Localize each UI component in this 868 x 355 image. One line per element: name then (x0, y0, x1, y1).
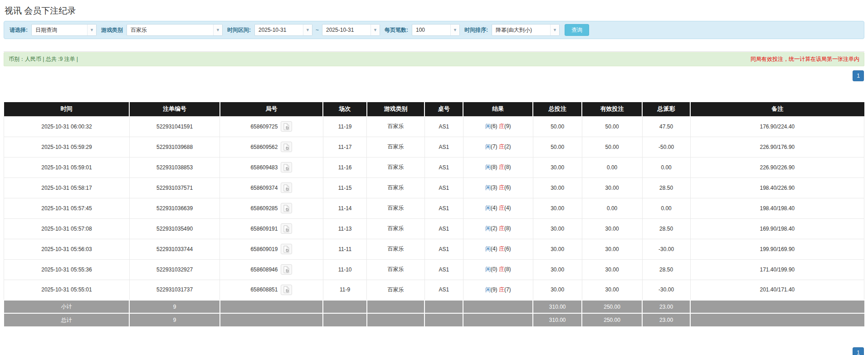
cell-remark: 176.90/224.40 (690, 116, 864, 137)
cell-game-type: 百家乐 (367, 116, 424, 137)
subtotal-empty (424, 300, 463, 313)
banker-result-label: 庄 (499, 225, 504, 232)
page-button[interactable]: 1 (853, 347, 864, 355)
cell-total-bet[interactable]: 30.00 (533, 157, 582, 178)
video-record-icon[interactable] (281, 285, 292, 295)
bet-records-table: 时间 注单编号 局号 场次 游戏类别 桌号 结果 总投注 有效投注 总派彩 备注… (4, 102, 864, 326)
banker-result-label: 庄 (499, 246, 504, 252)
page-button[interactable]: 1 (853, 70, 864, 81)
cell-result: 闲(0) 庄(8) (463, 259, 533, 280)
video-record-icon[interactable] (281, 162, 292, 173)
video-record-icon[interactable] (281, 121, 292, 132)
cell-game-type: 百家乐 (367, 239, 424, 259)
summary-bar: 币别：人民币 | 总共 :9 注单 | 同局有效投注，统一计算在该局第一张注单内 (4, 52, 864, 66)
cell-remark: 226.90/176.90 (690, 137, 864, 157)
cell-valid-bet: 30.00 (582, 239, 642, 259)
round-number: 658609285 (250, 205, 278, 212)
cell-session: 11-11 (323, 239, 367, 259)
date-to-select[interactable]: 2025-10-31 ▼ (322, 24, 380, 36)
search-button[interactable]: 查询 (565, 24, 589, 36)
cell-remark: 171.40/199.90 (690, 259, 864, 280)
query-type-label: 请选择: (8, 26, 29, 34)
banker-result-label: 庄 (499, 164, 504, 170)
banker-result-value: (8) (504, 266, 511, 272)
player-result-value: (7) (491, 143, 497, 150)
cell-total-bet[interactable]: 30.00 (533, 198, 582, 218)
cell-session: 11-19 (323, 116, 367, 137)
cell-payout: -30.00 (642, 239, 690, 259)
cell-result: 闲(6) 庄(9) (463, 116, 533, 137)
cell-bet-no: 522931035490 (129, 218, 219, 239)
cell-table-no: AS1 (424, 157, 463, 178)
video-record-icon[interactable] (281, 264, 292, 275)
player-result-value: (6) (491, 123, 497, 129)
cell-game-type: 百家乐 (367, 280, 424, 300)
player-result-value: (4) (491, 246, 497, 252)
total-empty (690, 313, 864, 326)
cell-table-no: AS1 (424, 280, 463, 300)
cell-round-no: 658609374 (220, 178, 323, 198)
cell-round-no: 658609019 (220, 239, 323, 259)
cell-valid-bet: 50.00 (582, 137, 642, 157)
game-type-select[interactable]: 百家乐 ▼ (127, 24, 223, 36)
cell-total-bet[interactable]: 30.00 (533, 218, 582, 239)
table-row: 2025-10-31 05:57:08522931035490658609191… (4, 218, 864, 239)
cell-round-no: 658609483 (220, 157, 323, 178)
round-number: 658609374 (250, 185, 278, 191)
player-result-value: (9) (491, 286, 497, 293)
banker-result-value: (6) (504, 246, 511, 252)
cell-bet-no: 522931038853 (129, 157, 219, 178)
total-total-bet: 310.00 (533, 313, 582, 326)
cell-total-bet[interactable]: 50.00 (533, 137, 582, 157)
cell-session: 11-14 (323, 198, 367, 218)
banker-result-label: 庄 (499, 286, 504, 293)
total-empty (323, 313, 367, 326)
cell-result: 闲(7) 庄(2) (463, 137, 533, 157)
banker-result-value: (2) (504, 143, 511, 150)
chevron-down-icon: ▼ (303, 25, 312, 35)
banker-result-label: 庄 (499, 184, 504, 191)
cell-payout: 28.50 (642, 259, 690, 280)
video-record-icon[interactable] (281, 244, 292, 254)
time-sort-value: 降幂(由大到小) (492, 25, 550, 35)
video-record-icon[interactable] (281, 223, 292, 234)
time-sort-select[interactable]: 降幂(由大到小) ▼ (492, 24, 560, 36)
cell-total-bet[interactable]: 50.00 (533, 116, 582, 137)
cell-session: 11-17 (323, 137, 367, 157)
cell-bet-no: 522931039688 (129, 137, 219, 157)
table-row: 2025-10-31 05:55:36522931032927658608946… (4, 259, 864, 280)
chevron-down-icon: ▼ (87, 25, 96, 35)
cell-total-bet[interactable]: 30.00 (533, 280, 582, 300)
divider (4, 51, 864, 52)
header-round-no: 局号 (220, 102, 323, 116)
range-separator: ~ (315, 27, 319, 33)
player-result-value: (0) (491, 266, 497, 272)
date-from-select[interactable]: 2025-10-31 ▼ (254, 24, 312, 36)
video-record-icon[interactable] (281, 142, 292, 152)
round-number: 658609483 (250, 164, 278, 171)
banker-result-value: (9) (504, 123, 511, 129)
table-row: 2025-10-31 05:55:01522931031737658608851… (4, 280, 864, 300)
page-size-select[interactable]: 100 ▼ (412, 24, 460, 36)
cell-total-bet[interactable]: 30.00 (533, 239, 582, 259)
header-result: 结果 (463, 102, 533, 116)
video-record-icon[interactable] (281, 182, 292, 193)
date-to-value: 2025-10-31 (322, 25, 371, 35)
cell-remark: 199.90/169.90 (690, 239, 864, 259)
table-header-row: 时间 注单编号 局号 场次 游戏类别 桌号 结果 总投注 有效投注 总派彩 备注 (4, 102, 864, 116)
page-size-value: 100 (412, 25, 450, 35)
cell-bet-no: 522931031737 (129, 280, 219, 300)
subtotal-empty (220, 300, 323, 313)
cell-time: 2025-10-31 05:57:08 (4, 218, 130, 239)
cell-result: 闲(2) 庄(8) (463, 218, 533, 239)
query-type-select[interactable]: 日期查询 ▼ (31, 24, 97, 36)
video-record-icon[interactable] (281, 203, 292, 213)
cell-bet-no: 522931036639 (129, 198, 219, 218)
cell-total-bet[interactable]: 30.00 (533, 259, 582, 280)
cell-remark: 198.40/198.40 (690, 198, 864, 218)
header-table-no: 桌号 (424, 102, 463, 116)
header-total-bet: 总投注 (533, 102, 582, 116)
banker-result-value: (8) (504, 164, 511, 170)
cell-total-bet[interactable]: 30.00 (533, 178, 582, 198)
chevron-down-icon: ▼ (550, 25, 559, 35)
